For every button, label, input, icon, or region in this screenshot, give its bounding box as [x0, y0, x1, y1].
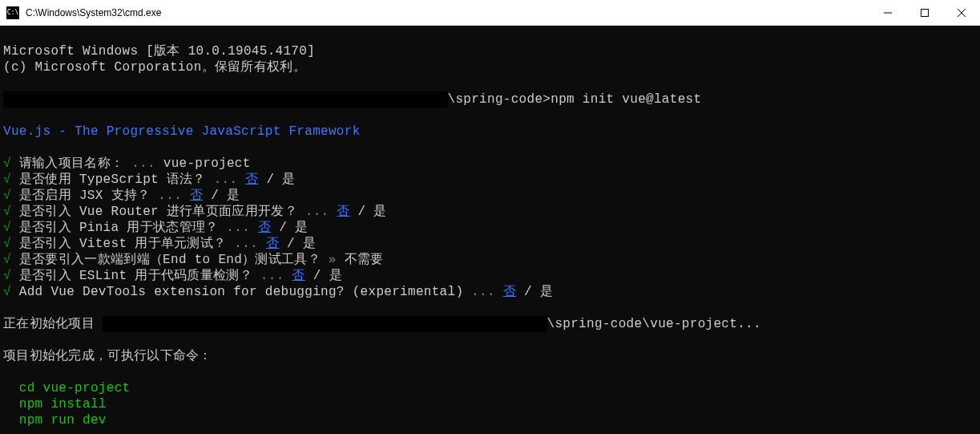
cmd-icon: C:\ — [6, 6, 19, 19]
prompt-line: X:\XXXXXXXXXXXXXXXXX\XXXXXXXXXXXXXXXXXXX… — [3, 92, 701, 107]
question-typescript: √ 是否使用 TypeScript 语法？ ... 否 / 是 — [3, 172, 296, 187]
done-line: 项目初始化完成，可执行以下命令： — [3, 349, 212, 363]
maximize-icon — [921, 9, 929, 17]
cmd-install: npm install — [3, 397, 107, 412]
minimize-button[interactable] — [869, 0, 906, 25]
cmd-cd: cd vue-project — [3, 381, 130, 395]
question-eslint: √ 是否引入 ESLint 用于代码质量检测？ ... 否 / 是 — [3, 269, 342, 283]
close-icon — [958, 9, 966, 17]
os-version-line: Microsoft Windows [版本 10.0.19045.4170] — [3, 44, 315, 59]
question-vitest: √ 是否引入 Vitest 用于单元测试？ ... 否 / 是 — [3, 237, 316, 251]
question-project-name: √ 请输入项目名称： ... vue-project — [3, 156, 251, 171]
init-line: 正在初始化项目 X:\XXXXXXXXXXXXXXXXX\XXXXXXXXXXX… — [3, 317, 761, 331]
question-e2e: √ 是否要引入一款端到端（End to End）测试工具？ » 不需要 — [3, 253, 384, 267]
copyright-line: (c) Microsoft Corporation。保留所有权利。 — [3, 60, 306, 75]
command-text: npm init vue@latest — [550, 92, 701, 107]
minimize-icon — [884, 9, 892, 17]
svg-rect-1 — [922, 9, 929, 16]
window-title: C:\Windows\System32\cmd.exe — [26, 7, 869, 18]
window-controls — [869, 0, 980, 25]
window-titlebar: C:\ C:\Windows\System32\cmd.exe — [0, 0, 980, 26]
question-pinia: √ 是否引入 Pinia 用于状态管理？ ... 否 / 是 — [3, 221, 308, 235]
maximize-button[interactable] — [906, 0, 943, 25]
terminal-output[interactable]: Microsoft Windows [版本 10.0.19045.4170] (… — [0, 26, 980, 430]
question-jsx: √ 是否启用 JSX 支持？ ... 否 / 是 — [3, 189, 240, 203]
question-router: √ 是否引入 Vue Router 进行单页面应用开发？ ... 否 / 是 — [3, 205, 387, 219]
close-button[interactable] — [943, 0, 980, 25]
vue-banner: Vue.js - The Progressive JavaScript Fram… — [3, 124, 361, 139]
cmd-dev: npm run dev — [3, 413, 107, 428]
question-devtools: √ Add Vue DevTools extension for debuggi… — [3, 285, 553, 299]
